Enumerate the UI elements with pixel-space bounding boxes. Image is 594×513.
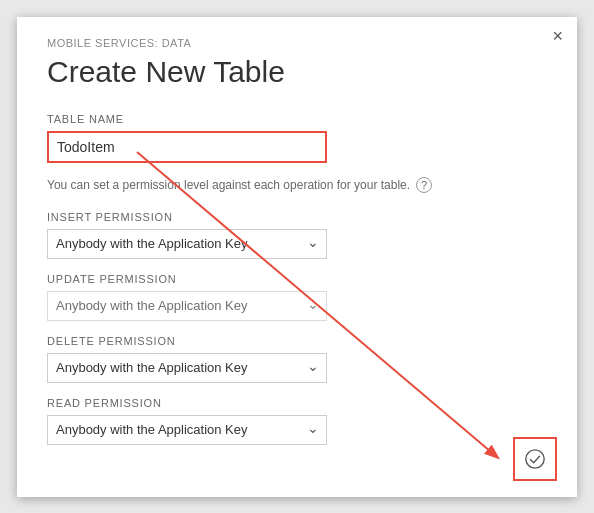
permission-group-delete: DELETE PERMISSIONAnybody with the Applic… <box>47 335 547 383</box>
table-name-label: TABLE NAME <box>47 113 547 125</box>
close-button[interactable]: × <box>552 27 563 45</box>
permission-group-update: UPDATE PERMISSIONAnybody with the Applic… <box>47 273 547 321</box>
hint-text: You can set a permission level against e… <box>47 177 547 193</box>
delete-permission-select[interactable]: Anybody with the Application KeyAuthenti… <box>47 353 327 383</box>
update-permission-select[interactable]: Anybody with the Application KeyAuthenti… <box>47 291 327 321</box>
modal-dialog: × MOBILE SERVICES: DATA Create New Table… <box>17 17 577 497</box>
modal-content: MOBILE SERVICES: DATA Create New Table T… <box>17 17 577 489</box>
svg-point-2 <box>526 449 544 467</box>
confirm-button[interactable] <box>513 437 557 481</box>
page-title: Create New Table <box>47 55 547 89</box>
help-icon[interactable]: ? <box>416 177 432 193</box>
hint-text-content: You can set a permission level against e… <box>47 178 410 192</box>
breadcrumb: MOBILE SERVICES: DATA <box>47 37 547 49</box>
update-permission-label: UPDATE PERMISSION <box>47 273 547 285</box>
checkmark-icon <box>524 448 546 470</box>
table-name-input[interactable] <box>47 131 327 163</box>
permission-group-insert: INSERT PERMISSIONAnybody with the Applic… <box>47 211 547 259</box>
insert-permission-label: INSERT PERMISSION <box>47 211 547 223</box>
read-permission-label: READ PERMISSION <box>47 397 547 409</box>
read-permission-select[interactable]: Anybody with the Application KeyAuthenti… <box>47 415 327 445</box>
delete-permission-label: DELETE PERMISSION <box>47 335 547 347</box>
insert-permission-select[interactable]: Anybody with the Application KeyAuthenti… <box>47 229 327 259</box>
permission-group-read: READ PERMISSIONAnybody with the Applicat… <box>47 397 547 445</box>
footer-area <box>513 437 557 481</box>
